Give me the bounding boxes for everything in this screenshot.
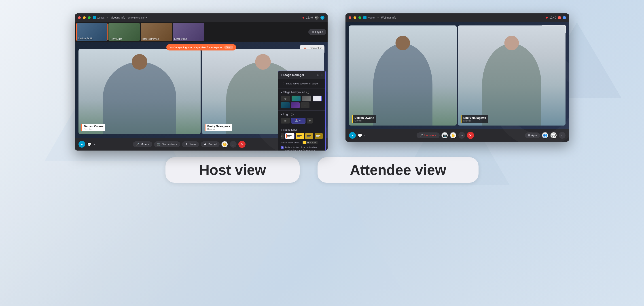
minimize-dot[interactable] xyxy=(83,16,86,19)
bg-swatch-purple[interactable] xyxy=(291,102,300,108)
stage-manager-panel: ▾ Stage manager ⧉ ✕ Show active speaker … xyxy=(278,71,326,151)
share-button[interactable]: ⬆ Share xyxy=(182,141,199,147)
webex-status-icon[interactable]: ● xyxy=(78,141,85,148)
att-webex-label: Webex xyxy=(368,16,375,19)
sm-bg-section: ▾ Stage background i ⊘ xyxy=(278,88,325,111)
nl-swatch-white[interactable] xyxy=(285,133,294,139)
att-unmute-button[interactable]: 🎤 Unmute ▾ xyxy=(416,132,440,138)
host-title-right: 12:40 HD ▷ xyxy=(302,16,324,20)
att-person-emily xyxy=(458,25,566,126)
record-button[interactable]: ⏺ Record xyxy=(201,141,220,147)
participant-strip: Clarissa Smith Henry Riggs Isabelle Bren… xyxy=(75,22,328,42)
sm-title: ▾ Stage manager xyxy=(281,73,304,77)
att-blue-btn[interactable] xyxy=(563,16,566,19)
nl-swatch-yellow3[interactable] xyxy=(314,133,323,139)
record-icon: ⏺ xyxy=(204,143,206,146)
sm-logo-title: Logo xyxy=(283,113,289,116)
att-emily-title: Director xyxy=(463,119,486,122)
participant-thumb-1[interactable]: Henry Riggs xyxy=(108,23,140,41)
stop-video-label: Stop video xyxy=(162,143,175,146)
att-mic-icon: 🎤 xyxy=(420,134,423,137)
att-unmute-caret: ▾ xyxy=(435,134,436,137)
attendee-view-label: Attendee view xyxy=(318,157,478,183)
mute-label: Mute xyxy=(141,143,147,146)
md-logo-small xyxy=(294,119,298,123)
sm-bg-header: ▾ Stage background i xyxy=(281,91,323,94)
mute-button[interactable]: 🎤 Mute ▾ xyxy=(133,141,152,147)
bg-swatch-gray[interactable] xyxy=(302,96,311,101)
bg-swatch-dark-teal[interactable] xyxy=(281,102,290,108)
svg-rect-11 xyxy=(305,134,313,138)
darren-name: Darren Owens xyxy=(84,125,104,128)
att-video-btn[interactable]: 📷 xyxy=(442,132,448,139)
nl-swatch-yellow[interactable] xyxy=(296,133,304,139)
att-darren-name: Darren Owens xyxy=(354,116,374,119)
participant-thumb-0[interactable]: Clarissa Smith xyxy=(76,23,108,41)
color-swatch-box[interactable]: #FFD02F xyxy=(302,141,318,144)
sm-header-icons: ⧉ ✕ xyxy=(317,73,323,77)
att-meeting-info[interactable]: Webinar info xyxy=(381,16,396,19)
sync-banner: You're syncing your stage view for every… xyxy=(166,44,236,50)
recording-dot xyxy=(302,17,304,18)
nl-preview-yellow2 xyxy=(305,134,313,138)
att-close-dot[interactable] xyxy=(348,16,351,19)
darren-title: Director xyxy=(84,128,104,130)
sm-popout-icon[interactable]: ⧉ xyxy=(317,73,319,77)
participant-thumb-2[interactable]: Isabelle Brennan xyxy=(141,23,172,41)
color-dot xyxy=(303,141,306,144)
maximize-dot[interactable] xyxy=(88,16,90,19)
att-end-btn[interactable]: ✕ xyxy=(467,132,474,139)
att-maximize-dot[interactable] xyxy=(358,16,361,19)
att-webex-icon xyxy=(363,16,366,19)
sm-close-icon[interactable]: ✕ xyxy=(320,73,323,77)
att-minimize-dot[interactable] xyxy=(354,16,356,19)
att-unmute-label: Unmute xyxy=(424,134,434,137)
svg-rect-13 xyxy=(306,136,310,137)
bg-swatch-teal[interactable] xyxy=(292,96,300,101)
att-emoji-btn[interactable]: 🖐 xyxy=(450,132,456,139)
logo-swatch-md[interactable]: md xyxy=(291,118,306,123)
layout-button[interactable]: ⊞ Layout xyxy=(308,29,326,35)
chat-caret: ▾ xyxy=(94,143,95,146)
cb-center: 🎤 Mute ▾ 📷 Stop video ▾ ⬆ Share ⏺ xyxy=(97,141,282,148)
sm-bg-info-icon: i xyxy=(306,91,309,94)
nl-swatch-yellow2[interactable] xyxy=(305,133,313,139)
share-label: Share xyxy=(189,143,196,146)
logo-swatches: ⊘ md + xyxy=(281,118,323,123)
sync-text: You're syncing your stage view for every… xyxy=(170,46,222,49)
att-chat-icon[interactable]: 💬 xyxy=(357,132,363,139)
chat-icon-btn[interactable]: 💬 xyxy=(86,141,93,148)
nl-swatch-none[interactable]: ⊘ xyxy=(281,133,284,139)
host-av-btn[interactable]: ▷ xyxy=(320,16,324,20)
host-show-menu[interactable]: Show menu bar ▾ xyxy=(128,16,147,19)
views-row: Webex ● Meeting info Show menu bar ▾ 12:… xyxy=(52,0,592,151)
participant-thumb-3[interactable]: Kristin Stone xyxy=(173,23,204,41)
svg-marker-3 xyxy=(295,119,298,122)
close-dot[interactable] xyxy=(78,16,81,19)
bg-swatch-white[interactable] xyxy=(313,96,322,101)
att-time: 12:40 xyxy=(550,16,556,19)
layout-label: Layout xyxy=(315,30,323,33)
show-speaker-label: Show active speaker in stage xyxy=(286,82,318,85)
logo-swatch-add[interactable]: + xyxy=(307,118,312,123)
emoji-button[interactable]: 🖐 xyxy=(222,141,228,148)
video-quality-btn[interactable]: HD xyxy=(314,16,319,20)
host-meeting-info[interactable]: Meeting info xyxy=(110,16,125,19)
att-more-btn[interactable]: ··· xyxy=(458,132,465,139)
emily-name: Emily Nakagawa xyxy=(207,125,230,128)
person-darren-figure xyxy=(78,49,200,134)
fade-checkbox[interactable]: ✓ xyxy=(281,146,284,149)
stop-video-button[interactable]: 📷 Stop video ▾ xyxy=(154,141,180,147)
att-title-sep: ● xyxy=(377,16,379,19)
bg-swatch-none[interactable]: ⊘ xyxy=(281,96,290,101)
att-red-btn[interactable] xyxy=(558,16,561,19)
show-speaker-checkbox[interactable] xyxy=(281,82,284,85)
sync-stop-button[interactable]: Stop xyxy=(224,45,233,49)
svg-rect-10 xyxy=(297,136,300,137)
end-call-button[interactable]: ✕ xyxy=(238,141,246,148)
more-button[interactable]: ... xyxy=(230,141,236,148)
bg-swatch-add[interactable]: + xyxy=(300,102,310,108)
att-status-icon[interactable]: ● xyxy=(349,132,356,139)
att-person-darren xyxy=(349,25,456,126)
logo-swatch-none[interactable]: ⊘ xyxy=(281,118,290,123)
